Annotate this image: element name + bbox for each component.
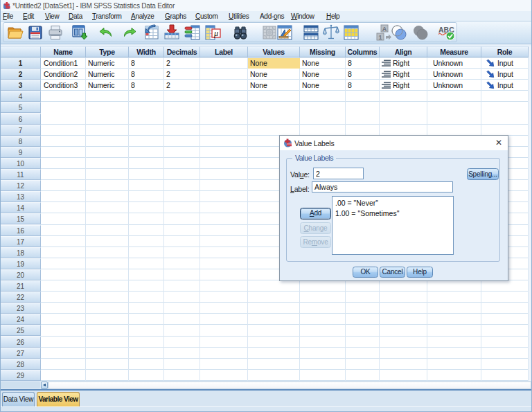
svg-text:A: A xyxy=(382,26,387,33)
svg-text:μ: μ xyxy=(213,28,218,38)
svg-text:1: 1 xyxy=(378,34,382,41)
